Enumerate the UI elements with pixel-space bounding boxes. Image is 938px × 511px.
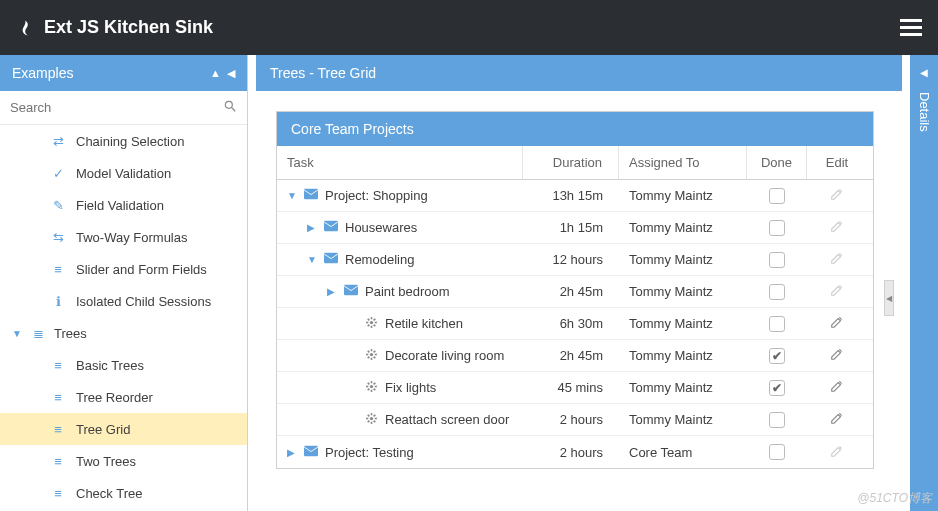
gear-icon [363, 380, 379, 396]
table-row[interactable]: Fix lights45 minsTommy Maintz [277, 372, 873, 404]
svg-line-23 [373, 350, 375, 352]
collapse-icon[interactable]: ▲ ◀ [210, 67, 235, 80]
edit-icon[interactable] [830, 187, 844, 204]
edit-icon[interactable] [830, 411, 844, 428]
sidebar-tree[interactable]: ⇄Chaining Selection✓Model Validation✎Fie… [0, 125, 247, 511]
sidebar-item-label: Two-Way Formulas [76, 230, 187, 245]
sidebar-item-label: Tree Grid [76, 422, 130, 437]
sidebar-item[interactable]: ≡Tree Reorder [0, 381, 247, 413]
svg-point-33 [369, 416, 372, 419]
sidebar-item[interactable]: ≡Basic Trees [0, 349, 247, 381]
checkbox[interactable] [769, 284, 785, 300]
cell-edit [807, 436, 867, 468]
table-row[interactable]: ▼Project: Shopping13h 15mTommy Maintz [277, 180, 873, 212]
sidebar-item-label: Field Validation [76, 198, 164, 213]
cell-edit [807, 404, 867, 435]
center-panel: Trees - Tree Grid Core Team Projects Tas… [248, 55, 902, 511]
sidebar-item[interactable]: ✓Model Validation [0, 157, 247, 189]
svg-line-21 [373, 356, 375, 358]
checkbox[interactable] [769, 412, 785, 428]
search-icon[interactable] [223, 99, 237, 116]
col-header-duration[interactable]: Duration [523, 146, 619, 179]
chevron-down-icon: ▼ [12, 328, 22, 339]
sidebar-item[interactable]: ≡Slider and Form Fields [0, 253, 247, 285]
grid-title: Core Team Projects [277, 112, 873, 146]
main-area: Examples ▲ ◀ ⇄Chaining Selection✓Model V… [0, 55, 938, 511]
task-label: Reattach screen door [385, 412, 509, 427]
checkbox[interactable] [769, 188, 785, 204]
checkbox[interactable] [769, 220, 785, 236]
table-row[interactable]: ▼Remodeling12 hoursTommy Maintz [277, 244, 873, 276]
edit-icon[interactable] [830, 444, 844, 461]
edit-icon[interactable] [830, 283, 844, 300]
checkbox[interactable] [769, 252, 785, 268]
sidebar-group-trees[interactable]: ▼ ≣ Trees [0, 317, 247, 349]
cell-assigned: Tommy Maintz [619, 404, 747, 435]
table-row[interactable]: ▶Housewares1h 15mTommy Maintz [277, 212, 873, 244]
item-icon: ✎ [50, 198, 66, 213]
sidebar-item[interactable]: ≡Two Trees [0, 445, 247, 477]
edit-icon[interactable] [830, 315, 844, 332]
search-input[interactable] [10, 100, 223, 115]
col-header-edit[interactable]: Edit [807, 146, 867, 179]
expand-icon[interactable]: ▶ [307, 222, 317, 233]
table-row[interactable]: Reattach screen door2 hoursTommy Maintz [277, 404, 873, 436]
expand-icon[interactable]: ▼ [307, 254, 317, 265]
svg-line-1 [232, 108, 236, 112]
svg-line-39 [373, 420, 375, 422]
cell-task: Decorate living room [277, 340, 523, 371]
task-label: Remodeling [345, 252, 414, 267]
envelope-icon [303, 445, 319, 460]
sencha-logo-icon [16, 19, 34, 37]
details-expander[interactable]: ◀ [884, 280, 894, 316]
checkbox[interactable] [769, 316, 785, 332]
sidebar-item[interactable]: ℹIsolated Child Sessions [0, 285, 247, 317]
cell-done [747, 244, 807, 275]
expand-icon[interactable]: ▶ [287, 447, 297, 458]
col-header-assigned[interactable]: Assigned To [619, 146, 747, 179]
cell-task: ▶Housewares [277, 212, 523, 243]
sidebar-item[interactable]: ⇄Chaining Selection [0, 125, 247, 157]
edit-icon[interactable] [830, 251, 844, 268]
table-row[interactable]: ▶Project: Testing2 hoursCore Team [277, 436, 873, 468]
checkbox[interactable] [769, 380, 785, 396]
table-row[interactable]: Decorate living room2h 45mTommy Maintz [277, 340, 873, 372]
item-icon: ⇆ [50, 230, 66, 245]
cell-duration: 2 hours [523, 436, 619, 468]
grid-body: ▼Project: Shopping13h 15mTommy Maintz▶Ho… [277, 180, 873, 468]
task-label: Project: Shopping [325, 188, 428, 203]
table-row[interactable]: ▶Paint bedroom2h 45mTommy Maintz [277, 276, 873, 308]
edit-icon[interactable] [830, 219, 844, 236]
cell-task: Fix lights [277, 372, 523, 403]
svg-rect-2 [304, 189, 318, 200]
sidebar: Examples ▲ ◀ ⇄Chaining Selection✓Model V… [0, 55, 248, 511]
checkbox[interactable] [769, 348, 785, 364]
details-panel[interactable]: ◀ Details [902, 55, 938, 511]
table-row[interactable]: Retile kitchen6h 30mTommy Maintz [277, 308, 873, 340]
svg-line-20 [367, 350, 369, 352]
edit-icon[interactable] [830, 379, 844, 396]
search-row [0, 91, 247, 125]
cell-done [747, 436, 807, 468]
details-label: Details [917, 92, 932, 132]
envelope-icon [303, 188, 319, 203]
cell-edit [807, 180, 867, 211]
cell-duration: 13h 15m [523, 180, 619, 211]
svg-line-40 [367, 420, 369, 422]
item-icon: ≡ [50, 390, 66, 405]
sidebar-item[interactable]: ✎Field Validation [0, 189, 247, 221]
menu-button[interactable] [900, 19, 922, 36]
cell-duration: 6h 30m [523, 308, 619, 339]
sidebar-item[interactable]: ≡Tree Grid [0, 413, 247, 445]
sidebar-item[interactable]: ⇆Two-Way Formulas [0, 221, 247, 253]
expand-icon[interactable]: ▶ [327, 286, 337, 297]
svg-line-13 [367, 324, 369, 326]
sidebar-item[interactable]: ≡Check Tree [0, 477, 247, 509]
checkbox[interactable] [769, 444, 785, 460]
expand-icon[interactable]: ▼ [287, 190, 297, 201]
col-header-done[interactable]: Done [747, 146, 807, 179]
sidebar-header[interactable]: Examples ▲ ◀ [0, 55, 247, 91]
edit-icon[interactable] [830, 347, 844, 364]
cell-assigned: Tommy Maintz [619, 276, 747, 307]
col-header-task[interactable]: Task [277, 146, 523, 179]
